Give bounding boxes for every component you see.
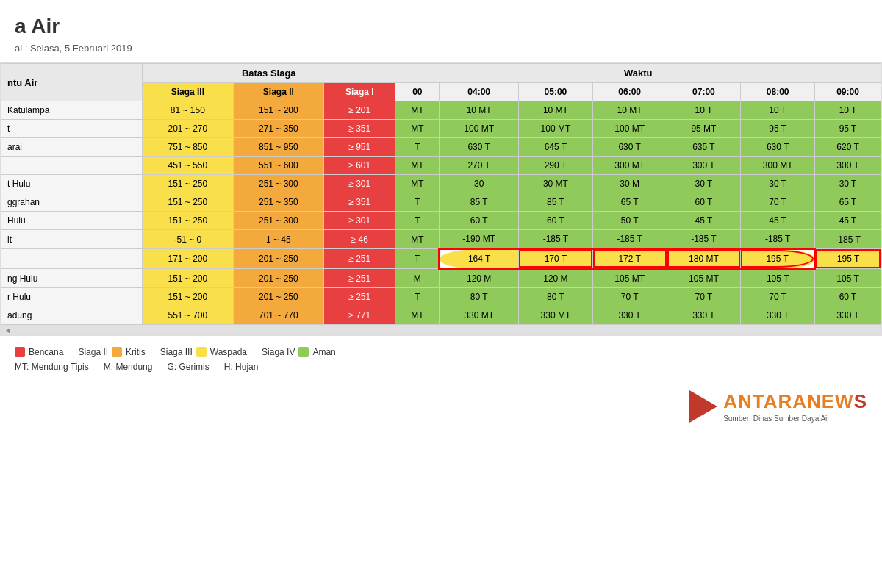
cell-siaga2: 551 ~ 600 xyxy=(233,157,324,175)
table-wrapper: ntu Air Batas Siaga Waktu Siaga III Siag… xyxy=(0,62,882,336)
col-header-name: ntu Air xyxy=(1,64,143,101)
cell-t0500: 60 T xyxy=(519,212,593,230)
scroll-indicator[interactable]: ◄ xyxy=(1,325,881,335)
cell-t00: M xyxy=(395,269,440,288)
subheader-t0800: 08:00 xyxy=(741,83,815,101)
cell-t00: T xyxy=(395,212,440,230)
legend-siaga2: Siaga II Kritis xyxy=(78,347,145,357)
cell-t0800: 95 T xyxy=(741,120,815,138)
cell-t0800: 105 T xyxy=(741,269,815,288)
cell-siaga2: 251 ~ 350 xyxy=(233,193,324,212)
page-title: a Air xyxy=(0,15,882,38)
cell-t0600: 630 T xyxy=(592,138,667,157)
subheader-siaga2: Siaga II xyxy=(233,83,324,101)
cell-siaga3: 451 ~ 550 xyxy=(143,157,234,175)
cell-t00: MT xyxy=(395,230,440,249)
cell-t00: T xyxy=(395,288,440,306)
cell-t0900: 330 T xyxy=(815,306,881,325)
cell-siaga1: ≥ 951 xyxy=(324,138,395,157)
cell-siaga1: ≥ 771 xyxy=(324,306,395,325)
cell-siaga1: ≥ 351 xyxy=(324,120,395,138)
cell-t0400: 100 MT xyxy=(440,120,519,138)
antara-text: ANTARA xyxy=(723,390,807,412)
cell-siaga2: 201 ~ 250 xyxy=(233,269,324,288)
cell-siaga3: 151 ~ 200 xyxy=(143,288,234,306)
cell-t0500: -185 T xyxy=(519,230,593,249)
legend-label-waspada: Waspada xyxy=(210,347,247,357)
cell-siaga3: 151 ~ 250 xyxy=(143,212,234,230)
cell-siaga1: ≥ 301 xyxy=(324,175,395,193)
cell-t0500: 330 MT xyxy=(519,306,593,325)
table-row: ng Hulu xyxy=(1,269,143,288)
cell-siaga2: 1 ~ 45 xyxy=(233,230,324,249)
antara-brand-name: ANTARANEWS xyxy=(723,390,867,413)
cell-t0900: 30 T xyxy=(815,175,881,193)
cell-t0600: 330 T xyxy=(592,306,667,325)
cell-siaga1: ≥ 601 xyxy=(324,157,395,175)
cell-t00: T xyxy=(395,193,440,212)
cell-siaga3: -51 ~ 0 xyxy=(143,230,234,249)
cell-t00: MT xyxy=(395,157,440,175)
cell-t0400: 60 T xyxy=(440,212,519,230)
table-row: t xyxy=(1,120,143,138)
table-row: Katulampa xyxy=(1,101,143,120)
legend-label-siaga2: Siaga II xyxy=(78,347,108,357)
subheader-siaga3: Siaga III xyxy=(143,83,234,101)
cell-t0600: 300 MT xyxy=(592,157,667,175)
table-row: arai xyxy=(1,138,143,157)
cell-t0700: 180 MT xyxy=(667,249,741,269)
cell-t00: MT xyxy=(395,101,440,120)
subheader-t0600: 06:00 xyxy=(592,83,667,101)
legend-mt: MT: Mendung Tipis xyxy=(15,362,89,372)
cell-t0600: 50 T xyxy=(592,212,667,230)
cell-t0400: 30 xyxy=(440,175,519,193)
cell-siaga2: 251 ~ 300 xyxy=(233,212,324,230)
cell-t0800: 70 T xyxy=(741,288,815,306)
cell-t0900: 300 T xyxy=(815,157,881,175)
cell-t0400: 120 M xyxy=(440,269,519,288)
cell-t0800: 70 T xyxy=(741,193,815,212)
cell-t0800: 300 MT xyxy=(741,157,815,175)
legend-siaga4: Siaga IV Aman xyxy=(262,347,336,357)
cell-t0900: 95 T xyxy=(815,120,881,138)
cell-t0800: 10 T xyxy=(741,101,815,120)
legend-m: M: Mendung xyxy=(104,362,153,372)
antara-logo: ANTARANEWS Sumber: Dinas Sumber Daya Air xyxy=(689,390,867,423)
cell-siaga3: 171 ~ 200 xyxy=(143,249,234,269)
cell-t0500: 100 MT xyxy=(519,120,593,138)
antara-triangle-icon xyxy=(689,390,717,423)
cell-siaga1: ≥ 301 xyxy=(324,212,395,230)
cell-t0600: 30 M xyxy=(592,175,667,193)
page-date: al : Selasa, 5 Februari 2019 xyxy=(0,43,882,54)
cell-t00: MT xyxy=(395,120,440,138)
cell-t0600: 65 T xyxy=(592,193,667,212)
legend-row-2: MT: Mendung Tipis M: Mendung G: Gerimis … xyxy=(15,362,867,372)
cell-t0800: 45 T xyxy=(741,212,815,230)
cell-t0700: 10 T xyxy=(667,101,741,120)
legend-bencana: Bencana xyxy=(15,347,63,357)
subheader-siaga1: Siaga I xyxy=(324,83,395,101)
legend-dot-siaga2 xyxy=(112,347,122,357)
cell-siaga2: 701 ~ 770 xyxy=(233,306,324,325)
cell-t0400: 80 T xyxy=(440,288,519,306)
cell-siaga3: 201 ~ 270 xyxy=(143,120,234,138)
cell-t0500: 10 MT xyxy=(519,101,593,120)
cell-t0800: -185 T xyxy=(741,230,815,249)
cell-t0800: 330 T xyxy=(741,306,815,325)
cell-siaga3: 751 ~ 850 xyxy=(143,138,234,157)
cell-t0700: 330 T xyxy=(667,306,741,325)
legend-label-siaga4: Siaga IV xyxy=(262,347,295,357)
cell-t0600: 100 MT xyxy=(592,120,667,138)
table-row: adung xyxy=(1,306,143,325)
cell-t0900: 620 T xyxy=(815,138,881,157)
cell-siaga3: 551 ~ 700 xyxy=(143,306,234,325)
cell-siaga3: 151 ~ 250 xyxy=(143,193,234,212)
cell-t0400: 85 T xyxy=(440,193,519,212)
cell-siaga1: ≥ 251 xyxy=(324,288,395,306)
cell-siaga1: ≥ 46 xyxy=(324,230,395,249)
cell-t0900: -185 T xyxy=(815,230,881,249)
cell-siaga1: ≥ 251 xyxy=(324,269,395,288)
table-row: r Hulu xyxy=(1,288,143,306)
cell-t0700: 95 MT xyxy=(667,120,741,138)
cell-siaga1: ≥ 251 xyxy=(324,249,395,269)
